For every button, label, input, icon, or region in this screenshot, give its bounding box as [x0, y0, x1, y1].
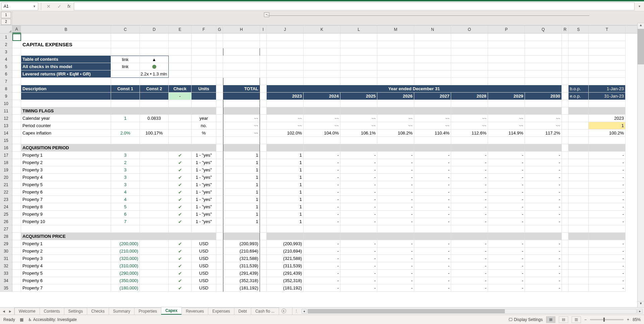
cell[interactable]: ~~: [304, 115, 340, 122]
cell[interactable]: [304, 225, 340, 233]
cell[interactable]: 1: [223, 211, 260, 218]
cell[interactable]: -: [340, 270, 377, 277]
cell[interactable]: [414, 41, 451, 48]
sheet-tab-debt[interactable]: Debt: [234, 308, 251, 315]
hscroll-thumb[interactable]: [308, 309, 505, 313]
cell[interactable]: ~~: [223, 115, 260, 122]
cell[interactable]: 2028: [451, 93, 488, 100]
cell[interactable]: 112.6%: [451, 129, 488, 137]
row-header-20[interactable]: 20: [0, 174, 12, 181]
cell[interactable]: -: [451, 166, 488, 174]
cell[interactable]: [562, 181, 569, 188]
cell[interactable]: [140, 78, 169, 85]
cell[interactable]: ~~: [267, 115, 304, 122]
row-header-13[interactable]: 13: [0, 122, 12, 129]
cell[interactable]: -: [414, 277, 451, 284]
cell[interactable]: [525, 41, 562, 48]
cell[interactable]: [260, 93, 267, 100]
cell[interactable]: [562, 56, 569, 63]
cell[interactable]: [260, 284, 267, 292]
sheet-tab-welcome[interactable]: Welcome: [14, 308, 40, 315]
cell[interactable]: [223, 93, 260, 100]
cell[interactable]: Property 6: [21, 277, 111, 284]
cell[interactable]: [589, 70, 626, 78]
cell[interactable]: [140, 63, 169, 70]
row-header-16[interactable]: 16: [0, 144, 12, 152]
cell[interactable]: -: [488, 248, 525, 255]
cell[interactable]: ~~: [525, 115, 562, 122]
cell[interactable]: [140, 100, 169, 107]
cell[interactable]: -: [488, 188, 525, 196]
cell[interactable]: 102.0%: [267, 129, 304, 137]
cell[interactable]: 100.17%: [140, 129, 169, 137]
cell[interactable]: -: [340, 181, 377, 188]
cell[interactable]: Property 8: [21, 203, 111, 211]
cell[interactable]: -: [414, 284, 451, 292]
cell[interactable]: [140, 284, 169, 292]
cell[interactable]: [12, 262, 21, 270]
cell[interactable]: year: [192, 115, 216, 122]
cell[interactable]: [451, 144, 488, 152]
cell[interactable]: [569, 152, 589, 159]
cell[interactable]: -: [377, 166, 414, 174]
cell[interactable]: [192, 48, 216, 56]
vertical-scrollbar[interactable]: ▲ ▼: [637, 23, 644, 307]
cell[interactable]: [414, 137, 451, 144]
cell[interactable]: [562, 159, 569, 166]
cell[interactable]: [569, 248, 589, 255]
cell[interactable]: -: [340, 152, 377, 159]
cell[interactable]: [140, 240, 169, 248]
cell[interactable]: [569, 159, 589, 166]
cell[interactable]: [525, 70, 562, 78]
cell[interactable]: [525, 48, 562, 56]
cell[interactable]: [12, 93, 21, 100]
cell[interactable]: [589, 56, 626, 63]
cell[interactable]: -: [377, 203, 414, 211]
cell[interactable]: [12, 248, 21, 255]
cell[interactable]: [267, 70, 304, 78]
cell[interactable]: [569, 70, 589, 78]
cell[interactable]: 1: [223, 174, 260, 181]
cell[interactable]: -: [488, 284, 525, 292]
cell[interactable]: [12, 144, 21, 152]
sheet-tab-properties[interactable]: Properties: [134, 308, 161, 315]
cell[interactable]: [223, 144, 260, 152]
cell[interactable]: [12, 255, 21, 262]
cell[interactable]: -: [340, 255, 377, 262]
cell[interactable]: -: [589, 203, 626, 211]
cell[interactable]: [569, 166, 589, 174]
cell[interactable]: [169, 115, 192, 122]
cell[interactable]: [216, 270, 223, 277]
cell[interactable]: (210,694): [267, 248, 304, 255]
cell[interactable]: [340, 34, 377, 41]
cell[interactable]: [267, 233, 304, 240]
cell[interactable]: ~~: [414, 122, 451, 129]
cell[interactable]: [569, 181, 589, 188]
cell[interactable]: 1: [223, 218, 260, 225]
cell[interactable]: [569, 240, 589, 248]
sheet-tab-cash-flo-[interactable]: Cash flo ...: [251, 308, 279, 315]
cell[interactable]: -: [340, 174, 377, 181]
expand-formula-icon[interactable]: ▾: [636, 4, 643, 8]
cell[interactable]: 100.2%: [589, 129, 626, 137]
cell[interactable]: (181,192): [267, 284, 304, 292]
column-header-Q[interactable]: Q: [525, 25, 562, 33]
cell[interactable]: [562, 174, 569, 181]
cell[interactable]: 1 - "yes": [192, 174, 216, 181]
cell[interactable]: -: [304, 203, 340, 211]
cell[interactable]: -: [414, 196, 451, 203]
selected-cell[interactable]: [12, 34, 21, 41]
cell[interactable]: -: [340, 262, 377, 270]
cell[interactable]: ✔: [169, 284, 192, 292]
cell[interactable]: [12, 48, 21, 56]
cell[interactable]: [562, 48, 569, 56]
column-header-M[interactable]: M: [377, 25, 414, 33]
cell[interactable]: Property 1: [21, 152, 111, 159]
cell[interactable]: (210,000): [111, 248, 140, 255]
cell[interactable]: [562, 100, 569, 107]
cell[interactable]: [589, 144, 626, 152]
cell[interactable]: [260, 262, 267, 270]
cell[interactable]: [451, 34, 488, 41]
cell[interactable]: [525, 107, 562, 115]
cell[interactable]: 2027: [414, 93, 451, 100]
